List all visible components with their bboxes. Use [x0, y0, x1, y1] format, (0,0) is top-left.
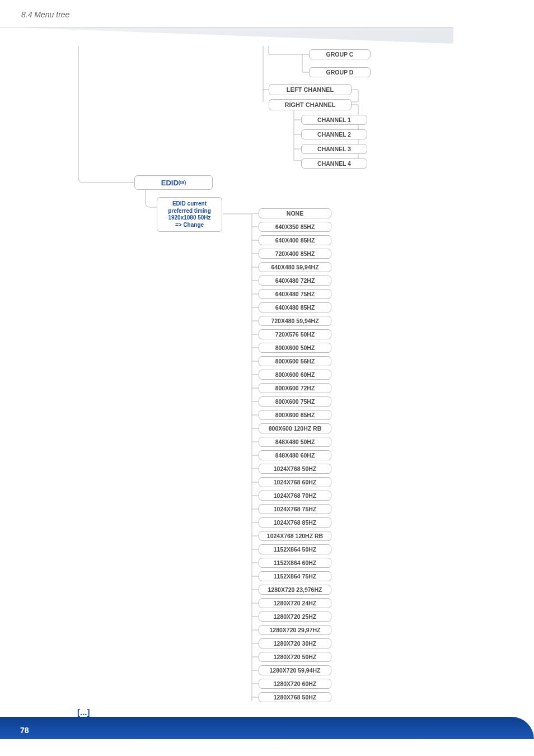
- edid-line2: preferred timing: [168, 208, 211, 215]
- timing-node: 800X600 120HZ RB: [259, 423, 331, 433]
- footer-bar: [0, 717, 534, 739]
- timing-node: 1024X768 75HZ: [259, 504, 331, 514]
- timing-node: 800X600 75HZ: [259, 396, 331, 407]
- timing-node: 1280X720 30HZ: [259, 638, 331, 648]
- timing-node: 720X480 59,94HZ: [259, 316, 331, 326]
- timing-node: 1280X720 59,94HZ: [259, 665, 331, 675]
- timing-node: 800X600 72HZ: [259, 383, 331, 393]
- edid-label: EDID: [161, 179, 179, 187]
- timing-node: 640X400 85HZ: [259, 235, 331, 245]
- continued-marker: [...]: [77, 707, 90, 717]
- timing-node: 1152X864 50HZ: [259, 544, 331, 554]
- timing-node: 1280X720 24HZ: [259, 598, 331, 608]
- header-rule: [0, 27, 453, 30]
- timing-node: 848X480 50HZ: [259, 437, 331, 447]
- timing-node: 1280X768 50HZ: [259, 692, 331, 702]
- timing-node: 640X480 72HZ: [259, 276, 331, 286]
- timing-node: 1024X768 120HZ RB: [259, 531, 331, 541]
- node-channel-1: CHANNEL 1: [301, 115, 367, 125]
- timing-node: 1024X768 50HZ: [259, 464, 331, 474]
- timing-node: 800X600 85HZ: [259, 410, 331, 420]
- timing-node: 720X400 85HZ: [259, 249, 331, 259]
- node-group-d: GROUP D: [309, 67, 371, 77]
- timing-node: 800X600 50HZ: [259, 343, 331, 353]
- timing-node: 640X480 75HZ: [259, 289, 331, 299]
- edid-line4: => Change: [175, 222, 204, 229]
- node-channel-3: CHANNEL 3: [301, 144, 367, 154]
- timing-node: 848X480 60HZ: [259, 450, 331, 460]
- timing-node: 720X576 50HZ: [259, 329, 331, 339]
- node-right-channel: RIGHT CHANNEL: [269, 99, 352, 110]
- timing-node: 640X480 59,94HZ: [259, 262, 331, 272]
- page: 8.4 Menu tree: [0, 0, 534, 756]
- page-header: 8.4 Menu tree: [21, 10, 534, 19]
- node-edid-current: EDID current preferred timing 1920x1080 …: [157, 197, 222, 232]
- node-group-c: GROUP C: [309, 49, 371, 59]
- menu-tree-diagram: GROUP C GROUP D LEFT CHANNEL RIGHT CHANN…: [73, 46, 512, 706]
- edid-line1: EDID current: [172, 200, 207, 208]
- timing-node: 1280X720 23,976HZ: [259, 585, 331, 595]
- timing-node: 800X600 56HZ: [259, 356, 331, 366]
- edid-line3: 1920x1080 50Hz: [168, 214, 210, 222]
- timing-node: 800X600 60HZ: [259, 370, 331, 380]
- timing-node: 1024X768 85HZ: [259, 517, 331, 528]
- node-channel-4: CHANNEL 4: [301, 158, 367, 169]
- timing-node: 1024X768 60HZ: [259, 477, 331, 487]
- timing-node: 640X350 85HZ: [259, 222, 331, 232]
- timing-node: 640X480 85HZ: [259, 302, 331, 312]
- page-number: 78: [20, 726, 29, 735]
- node-left-channel: LEFT CHANNEL: [269, 84, 352, 95]
- section-title: 8.4 Menu tree: [21, 10, 534, 19]
- node-edid: EDID(I8): [134, 175, 213, 190]
- timing-node: 1280X720 25HZ: [259, 612, 331, 622]
- timing-node: 1280X720 50HZ: [259, 652, 331, 662]
- timing-node: 1024X768 70HZ: [259, 491, 331, 501]
- edid-sup: (I8): [179, 180, 186, 185]
- timing-node: 1152X864 75HZ: [259, 571, 331, 581]
- timing-node: 1152X864 60HZ: [259, 558, 331, 568]
- node-channel-2: CHANNEL 2: [301, 129, 367, 139]
- timing-node: 1280X720 60HZ: [259, 679, 331, 689]
- timing-node: NONE: [259, 208, 331, 218]
- timing-node: 1280X720 29,97HZ: [259, 625, 331, 635]
